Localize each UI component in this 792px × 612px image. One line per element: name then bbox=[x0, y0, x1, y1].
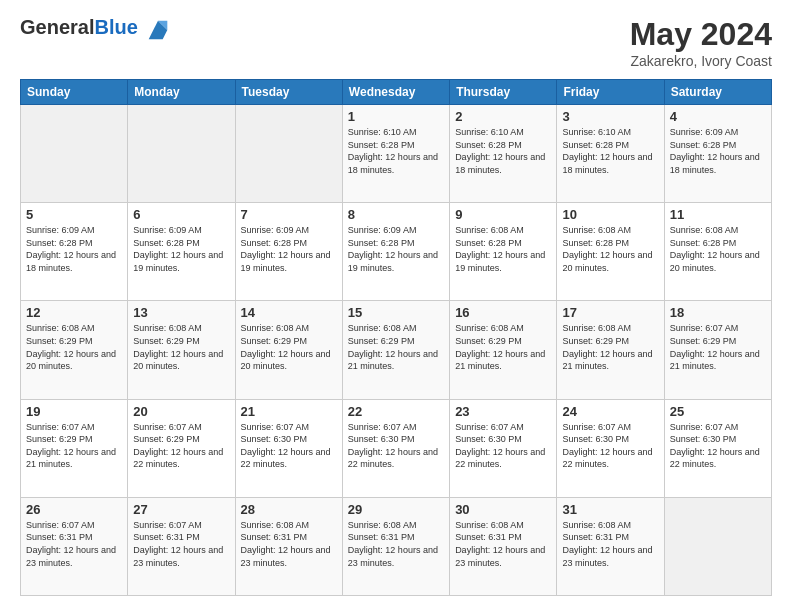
day-cell: 17Sunrise: 6:08 AM Sunset: 6:29 PM Dayli… bbox=[557, 301, 664, 399]
day-info: Sunrise: 6:07 AM Sunset: 6:30 PM Dayligh… bbox=[562, 421, 658, 471]
day-info: Sunrise: 6:09 AM Sunset: 6:28 PM Dayligh… bbox=[133, 224, 229, 274]
day-number: 25 bbox=[670, 404, 766, 419]
day-cell: 12Sunrise: 6:08 AM Sunset: 6:29 PM Dayli… bbox=[21, 301, 128, 399]
day-cell: 4Sunrise: 6:09 AM Sunset: 6:28 PM Daylig… bbox=[664, 105, 771, 203]
day-number: 28 bbox=[241, 502, 337, 517]
day-info: Sunrise: 6:10 AM Sunset: 6:28 PM Dayligh… bbox=[455, 126, 551, 176]
day-number: 19 bbox=[26, 404, 122, 419]
day-info: Sunrise: 6:07 AM Sunset: 6:30 PM Dayligh… bbox=[348, 421, 444, 471]
day-info: Sunrise: 6:08 AM Sunset: 6:29 PM Dayligh… bbox=[241, 322, 337, 372]
day-number: 14 bbox=[241, 305, 337, 320]
day-cell: 16Sunrise: 6:08 AM Sunset: 6:29 PM Dayli… bbox=[450, 301, 557, 399]
day-number: 24 bbox=[562, 404, 658, 419]
day-number: 9 bbox=[455, 207, 551, 222]
day-cell: 22Sunrise: 6:07 AM Sunset: 6:30 PM Dayli… bbox=[342, 399, 449, 497]
day-cell: 3Sunrise: 6:10 AM Sunset: 6:28 PM Daylig… bbox=[557, 105, 664, 203]
logo-icon bbox=[144, 16, 172, 44]
day-info: Sunrise: 6:09 AM Sunset: 6:28 PM Dayligh… bbox=[348, 224, 444, 274]
header: GeneralBlue May 2024 Zakarekro, Ivory Co… bbox=[20, 16, 772, 69]
day-cell: 20Sunrise: 6:07 AM Sunset: 6:29 PM Dayli… bbox=[128, 399, 235, 497]
day-number: 17 bbox=[562, 305, 658, 320]
day-cell: 21Sunrise: 6:07 AM Sunset: 6:30 PM Dayli… bbox=[235, 399, 342, 497]
day-info: Sunrise: 6:07 AM Sunset: 6:29 PM Dayligh… bbox=[670, 322, 766, 372]
logo-blue: Blue bbox=[94, 16, 137, 38]
day-info: Sunrise: 6:07 AM Sunset: 6:30 PM Dayligh… bbox=[455, 421, 551, 471]
day-cell bbox=[128, 105, 235, 203]
day-cell: 13Sunrise: 6:08 AM Sunset: 6:29 PM Dayli… bbox=[128, 301, 235, 399]
day-number: 26 bbox=[26, 502, 122, 517]
day-info: Sunrise: 6:07 AM Sunset: 6:29 PM Dayligh… bbox=[133, 421, 229, 471]
day-cell bbox=[664, 497, 771, 595]
main-title: May 2024 bbox=[630, 16, 772, 53]
week-row-1: 1Sunrise: 6:10 AM Sunset: 6:28 PM Daylig… bbox=[21, 105, 772, 203]
day-cell: 24Sunrise: 6:07 AM Sunset: 6:30 PM Dayli… bbox=[557, 399, 664, 497]
day-number: 27 bbox=[133, 502, 229, 517]
day-cell: 31Sunrise: 6:08 AM Sunset: 6:31 PM Dayli… bbox=[557, 497, 664, 595]
day-number: 21 bbox=[241, 404, 337, 419]
col-tuesday: Tuesday bbox=[235, 80, 342, 105]
day-cell: 19Sunrise: 6:07 AM Sunset: 6:29 PM Dayli… bbox=[21, 399, 128, 497]
day-info: Sunrise: 6:08 AM Sunset: 6:31 PM Dayligh… bbox=[348, 519, 444, 569]
col-wednesday: Wednesday bbox=[342, 80, 449, 105]
day-number: 23 bbox=[455, 404, 551, 419]
header-row: Sunday Monday Tuesday Wednesday Thursday… bbox=[21, 80, 772, 105]
day-cell: 1Sunrise: 6:10 AM Sunset: 6:28 PM Daylig… bbox=[342, 105, 449, 203]
day-number: 20 bbox=[133, 404, 229, 419]
col-thursday: Thursday bbox=[450, 80, 557, 105]
day-cell: 8Sunrise: 6:09 AM Sunset: 6:28 PM Daylig… bbox=[342, 203, 449, 301]
day-cell: 29Sunrise: 6:08 AM Sunset: 6:31 PM Dayli… bbox=[342, 497, 449, 595]
title-block: May 2024 Zakarekro, Ivory Coast bbox=[630, 16, 772, 69]
day-number: 12 bbox=[26, 305, 122, 320]
day-cell: 30Sunrise: 6:08 AM Sunset: 6:31 PM Dayli… bbox=[450, 497, 557, 595]
page: GeneralBlue May 2024 Zakarekro, Ivory Co… bbox=[0, 0, 792, 612]
col-saturday: Saturday bbox=[664, 80, 771, 105]
day-number: 5 bbox=[26, 207, 122, 222]
day-number: 16 bbox=[455, 305, 551, 320]
day-number: 11 bbox=[670, 207, 766, 222]
day-info: Sunrise: 6:07 AM Sunset: 6:30 PM Dayligh… bbox=[241, 421, 337, 471]
day-cell: 27Sunrise: 6:07 AM Sunset: 6:31 PM Dayli… bbox=[128, 497, 235, 595]
day-number: 1 bbox=[348, 109, 444, 124]
col-sunday: Sunday bbox=[21, 80, 128, 105]
day-info: Sunrise: 6:09 AM Sunset: 6:28 PM Dayligh… bbox=[26, 224, 122, 274]
day-cell: 25Sunrise: 6:07 AM Sunset: 6:30 PM Dayli… bbox=[664, 399, 771, 497]
day-info: Sunrise: 6:09 AM Sunset: 6:28 PM Dayligh… bbox=[670, 126, 766, 176]
day-info: Sunrise: 6:08 AM Sunset: 6:28 PM Dayligh… bbox=[562, 224, 658, 274]
day-info: Sunrise: 6:08 AM Sunset: 6:31 PM Dayligh… bbox=[562, 519, 658, 569]
day-number: 10 bbox=[562, 207, 658, 222]
day-number: 7 bbox=[241, 207, 337, 222]
day-info: Sunrise: 6:07 AM Sunset: 6:30 PM Dayligh… bbox=[670, 421, 766, 471]
subtitle: Zakarekro, Ivory Coast bbox=[630, 53, 772, 69]
day-cell: 10Sunrise: 6:08 AM Sunset: 6:28 PM Dayli… bbox=[557, 203, 664, 301]
calendar-body: 1Sunrise: 6:10 AM Sunset: 6:28 PM Daylig… bbox=[21, 105, 772, 596]
col-friday: Friday bbox=[557, 80, 664, 105]
day-number: 22 bbox=[348, 404, 444, 419]
day-info: Sunrise: 6:08 AM Sunset: 6:28 PM Dayligh… bbox=[670, 224, 766, 274]
day-number: 15 bbox=[348, 305, 444, 320]
day-info: Sunrise: 6:08 AM Sunset: 6:29 PM Dayligh… bbox=[348, 322, 444, 372]
week-row-3: 12Sunrise: 6:08 AM Sunset: 6:29 PM Dayli… bbox=[21, 301, 772, 399]
day-info: Sunrise: 6:08 AM Sunset: 6:29 PM Dayligh… bbox=[455, 322, 551, 372]
day-info: Sunrise: 6:07 AM Sunset: 6:29 PM Dayligh… bbox=[26, 421, 122, 471]
day-number: 13 bbox=[133, 305, 229, 320]
day-cell: 14Sunrise: 6:08 AM Sunset: 6:29 PM Dayli… bbox=[235, 301, 342, 399]
day-cell: 28Sunrise: 6:08 AM Sunset: 6:31 PM Dayli… bbox=[235, 497, 342, 595]
day-cell: 9Sunrise: 6:08 AM Sunset: 6:28 PM Daylig… bbox=[450, 203, 557, 301]
calendar-header: Sunday Monday Tuesday Wednesday Thursday… bbox=[21, 80, 772, 105]
day-cell bbox=[21, 105, 128, 203]
day-info: Sunrise: 6:07 AM Sunset: 6:31 PM Dayligh… bbox=[133, 519, 229, 569]
week-row-2: 5Sunrise: 6:09 AM Sunset: 6:28 PM Daylig… bbox=[21, 203, 772, 301]
day-number: 31 bbox=[562, 502, 658, 517]
day-number: 29 bbox=[348, 502, 444, 517]
week-row-4: 19Sunrise: 6:07 AM Sunset: 6:29 PM Dayli… bbox=[21, 399, 772, 497]
day-cell: 15Sunrise: 6:08 AM Sunset: 6:29 PM Dayli… bbox=[342, 301, 449, 399]
day-info: Sunrise: 6:08 AM Sunset: 6:31 PM Dayligh… bbox=[241, 519, 337, 569]
day-cell: 18Sunrise: 6:07 AM Sunset: 6:29 PM Dayli… bbox=[664, 301, 771, 399]
day-info: Sunrise: 6:10 AM Sunset: 6:28 PM Dayligh… bbox=[348, 126, 444, 176]
day-cell: 5Sunrise: 6:09 AM Sunset: 6:28 PM Daylig… bbox=[21, 203, 128, 301]
day-cell: 26Sunrise: 6:07 AM Sunset: 6:31 PM Dayli… bbox=[21, 497, 128, 595]
day-number: 8 bbox=[348, 207, 444, 222]
day-number: 6 bbox=[133, 207, 229, 222]
day-cell: 23Sunrise: 6:07 AM Sunset: 6:30 PM Dayli… bbox=[450, 399, 557, 497]
col-monday: Monday bbox=[128, 80, 235, 105]
